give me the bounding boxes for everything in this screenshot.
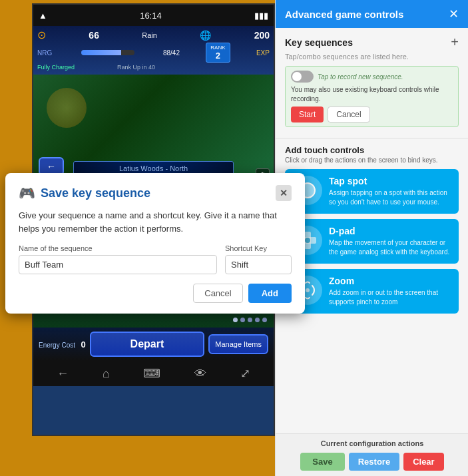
key-sequences-subtitle: Tap/combo sequences are listed here. — [285, 53, 459, 61]
toggle-knob — [292, 72, 302, 81]
dot-5 — [262, 318, 267, 322]
d-pad-title: D-pad — [329, 226, 451, 236]
zoom-card[interactable]: Zoom Add zoom in or out to the screen th… — [285, 269, 459, 314]
dialog-close-button[interactable]: ✕ — [276, 185, 292, 201]
panel-title: Advanced game controls — [285, 9, 403, 20]
player-level: 66 — [89, 30, 99, 41]
dialog-header: 🎮 Save key sequence ✕ — [19, 185, 292, 201]
recording-cancel-button[interactable]: Cancel — [328, 107, 369, 122]
save-config-button[interactable]: Save — [300, 453, 344, 471]
config-bar: Current configuration actions Save Resto… — [276, 433, 468, 476]
key-sequences-header: Key sequences + — [285, 35, 459, 50]
keyboard-note: You may also use existing keyboard contr… — [291, 85, 453, 104]
clear-config-button[interactable]: Clear — [403, 453, 444, 471]
tap-spot-content: Tap spot Assign tapping on a spot with t… — [329, 176, 451, 207]
shortcut-field-label: Shortcut Key — [225, 244, 292, 252]
key-sequences-title: Key sequences — [285, 37, 353, 48]
dialog-description: Give your sequence a name and a shortcut… — [19, 209, 292, 235]
name-field-label: Name of the sequence — [19, 244, 217, 252]
eye-icon[interactable]: 👁 — [194, 367, 206, 381]
nrg-bar — [81, 50, 134, 55]
save-key-sequence-dialog: 🎮 Save key sequence ✕ Give your sequence… — [5, 173, 305, 314]
game-top-bar: ▲ 16:14 ▮▮▮ — [33, 5, 274, 26]
nrg-label: NRG — [37, 49, 52, 57]
weather-status: Rain — [142, 31, 157, 39]
config-actions: Save Restore Clear — [284, 453, 461, 471]
zoom-desc: Add zoom in or out to the screen that su… — [329, 288, 451, 307]
tap-spot-title: Tap spot — [329, 176, 451, 186]
game-hud: ⊙ 66 Rain 🌐 200 NRG 88/42 RANK 2 EXP — [33, 26, 274, 75]
recording-hint: Tap to record new sequence. — [318, 73, 403, 81]
back-icon[interactable]: ← — [57, 367, 69, 381]
player-hp: 200 — [254, 30, 270, 41]
name-field-group: Name of the sequence — [19, 244, 217, 274]
d-pad-card[interactable]: D-pad Map the movement of your character… — [285, 219, 459, 264]
rank-badge: RANK 2 — [206, 43, 230, 63]
nrg-values: 88/42 — [163, 49, 180, 57]
game-time: 16:14 — [140, 11, 162, 21]
shortcut-input[interactable] — [225, 255, 292, 274]
dialog-actions: Cancel Add — [19, 284, 292, 303]
game-scene: ← Latius Woods - North ⚙ — [33, 75, 274, 181]
svg-point-4 — [306, 288, 310, 292]
restore-config-button[interactable]: Restore — [349, 453, 399, 471]
zoom-content: Zoom Add zoom in or out to the screen th… — [329, 276, 451, 307]
keyboard-icon[interactable]: ⌨ — [143, 366, 160, 381]
recording-toggle[interactable] — [291, 71, 314, 83]
rank-up-info: Rank Up in 40 — [117, 64, 155, 71]
recording-area: Tap to record new sequence. You may also… — [285, 66, 459, 127]
zoom-title: Zoom — [329, 276, 451, 286]
add-sequence-button[interactable]: + — [451, 35, 459, 50]
dialog-add-button[interactable]: Add — [248, 284, 292, 303]
config-title: Current configuration actions — [284, 439, 461, 447]
dialog-title: Save key sequence — [41, 186, 276, 200]
toolbar-bottom: ← ⌂ ⌨ 👁 ⤢ — [33, 361, 274, 386]
d-pad-content: D-pad Map the movement of your character… — [329, 226, 451, 257]
exp-label: EXP — [256, 49, 270, 57]
dialog-fields: Name of the sequence Shortcut Key — [19, 244, 292, 274]
start-recording-button[interactable]: Start — [291, 107, 324, 122]
name-input[interactable] — [19, 255, 217, 274]
dialog-title-icon: 🎮 — [19, 185, 35, 201]
fully-charged: Fully Charged — [37, 64, 75, 71]
panel-close-button[interactable]: ✕ — [449, 7, 459, 21]
depart-button[interactable]: Depart — [90, 332, 205, 357]
dot-4 — [255, 318, 260, 322]
manage-items-button[interactable]: Manage Items — [208, 334, 268, 354]
shortcut-field-group: Shortcut Key — [225, 244, 292, 274]
panel-header: Advanced game controls ✕ — [276, 0, 468, 28]
tap-spot-desc: Assign tapping on a spot with this actio… — [329, 188, 451, 207]
tap-spot-card[interactable]: Tap spot Assign tapping on a spot with t… — [285, 169, 459, 214]
dot-1 — [233, 318, 238, 322]
record-buttons: Start Cancel — [291, 107, 453, 122]
expand-icon[interactable]: ⤢ — [240, 366, 250, 381]
d-pad-desc: Map the movement of your character or th… — [329, 238, 451, 257]
energy-cost-label: Energy Cost 0 — [39, 340, 86, 350]
game-bottom: Energy Cost 0 Depart Manage Items — [33, 328, 274, 361]
recording-row: Tap to record new sequence. — [291, 71, 453, 83]
touch-controls-title: Add touch controls — [285, 145, 459, 155]
key-sequences-section: Key sequences + Tap/combo sequences are … — [276, 28, 468, 138]
home-icon[interactable]: ⌂ — [103, 367, 110, 381]
signal-icon: ▲ — [39, 11, 47, 21]
globe-icon: 🌐 — [200, 30, 211, 41]
battery-icon: ▮▮▮ — [254, 11, 268, 21]
touch-controls-desc: Click or drag the actions on the screen … — [285, 156, 459, 164]
player-icon: ⊙ — [37, 29, 46, 41]
svg-point-3 — [305, 238, 310, 243]
dot-3 — [248, 318, 252, 322]
dialog-cancel-button[interactable]: Cancel — [193, 284, 242, 303]
dot-2 — [240, 318, 245, 322]
